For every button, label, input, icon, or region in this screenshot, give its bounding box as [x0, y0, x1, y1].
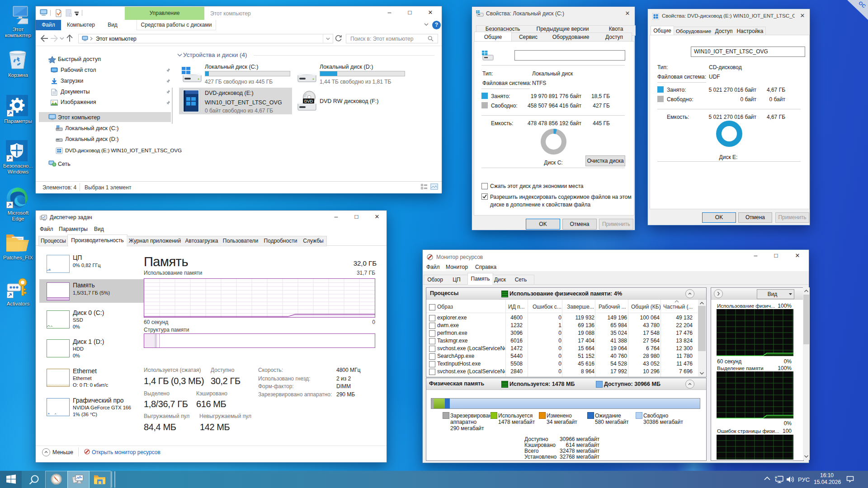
svg-text:DVD: DVD: [304, 99, 313, 103]
